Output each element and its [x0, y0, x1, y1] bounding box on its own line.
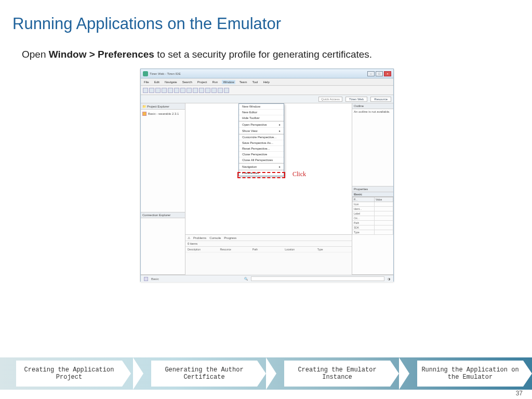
step-4: Running the Application on the Emulator: [399, 357, 532, 390]
toolbar-icon[interactable]: [174, 88, 179, 93]
menu-team[interactable]: Team: [238, 80, 248, 84]
menu-preferences[interactable]: Preferences: [239, 170, 284, 176]
step-text: Running the Application on the Emulator: [417, 366, 523, 381]
quick-access-field[interactable]: Quick Access: [318, 97, 342, 102]
zero-items-row: 0 items: [185, 241, 352, 247]
menu-new-editor[interactable]: New Editor: [239, 110, 284, 115]
command-search-box[interactable]: [251, 276, 384, 281]
menu-bar: File Edit Navigate Search Project Run Wi…: [141, 78, 393, 86]
project-explorer-label: Project Explorer: [147, 105, 169, 108]
prop-row-label: Icon: [353, 202, 375, 207]
outline-tab[interactable]: Outline: [352, 103, 393, 109]
toolbar-icon[interactable]: [143, 88, 148, 93]
project-explorer-tab[interactable]: 📁 Project Explorer: [141, 103, 185, 110]
project-item[interactable]: Basic - wearable 2.3.1: [142, 112, 183, 116]
step-text: Creating the Emulator Instance: [284, 366, 390, 381]
menu-window[interactable]: Window: [222, 80, 235, 84]
menu-run[interactable]: Run: [211, 80, 219, 84]
menu-new-window[interactable]: New Window: [239, 104, 284, 110]
toolbar-icon[interactable]: [218, 88, 223, 93]
menu-reset-perspective[interactable]: Reset Perspective...: [239, 146, 284, 152]
menu-customize-perspective[interactable]: Customize Perspective...: [239, 135, 284, 140]
mi-label: Save Perspective As...: [242, 141, 273, 144]
toolbar-icon[interactable]: [162, 88, 167, 93]
properties-pane: Properties Basic P...Value Icon Ident...…: [352, 187, 393, 275]
page-title: Running Applications on the Emulator: [12, 15, 522, 33]
mi-label: Hide Toolbar: [242, 116, 260, 119]
properties-section-basic: Basic: [352, 192, 393, 197]
tab-progress[interactable]: Progress: [224, 236, 236, 240]
toolbar-icon[interactable]: [205, 88, 210, 93]
folder-icon: 📁: [142, 104, 146, 108]
step-3-label: Creating the Emulator Instance: [284, 361, 390, 387]
col-description: Description: [188, 248, 220, 251]
perspective-resource[interactable]: Resource: [370, 97, 391, 102]
page-number: 37: [516, 390, 523, 397]
status-bar: Basic 🔍 ◑: [141, 275, 393, 282]
toolbar-icon[interactable]: [224, 88, 229, 93]
menu-save-perspective[interactable]: Save Perspective As...: [239, 140, 284, 146]
submenu-arrow-icon: ▸: [279, 165, 281, 168]
menu-tool[interactable]: Tool: [251, 80, 259, 84]
toolbar-icon[interactable]: [155, 88, 161, 93]
menu-edit[interactable]: Edit: [153, 80, 161, 84]
toolbar-icon[interactable]: [193, 88, 198, 93]
menu-close-perspective[interactable]: Close Perspective: [239, 152, 284, 157]
window-buttons: – □ ×: [367, 71, 391, 76]
menu-navigation[interactable]: Navigation▸: [239, 164, 284, 170]
step-text: Creating the Application Project: [16, 366, 122, 381]
menu-help[interactable]: Help: [262, 80, 270, 84]
toolbar-icon[interactable]: [187, 88, 192, 93]
workflow-steps: Creating the Application Project Generat…: [0, 357, 532, 390]
bottom-tabs-row: ⚠ Problems Console Progress: [185, 235, 352, 241]
properties-label: Properties: [354, 188, 368, 191]
menu-file[interactable]: File: [143, 80, 150, 84]
maximize-button[interactable]: □: [376, 71, 383, 76]
ide-screenshot: Tizen Web - Tizen IDE – □ × File Edit Na…: [140, 69, 394, 282]
minimize-button[interactable]: –: [367, 71, 375, 76]
properties-tab[interactable]: Properties: [352, 187, 393, 192]
connection-explorer-tab[interactable]: Connection Explorer: [141, 212, 185, 218]
toolbar-icon[interactable]: [199, 88, 204, 93]
editor-area: New Window New Editor Hide Toolbar Open …: [185, 103, 352, 275]
ide-main-area: 📁 Project Explorer Basic - wearable 2.3.…: [141, 103, 393, 275]
prop-row-label: Path: [353, 221, 375, 225]
mi-label: Navigation: [242, 165, 257, 168]
close-button[interactable]: ×: [384, 71, 391, 76]
zero-items-text: 0 items: [188, 242, 197, 245]
toolbar-icon[interactable]: [180, 88, 185, 93]
subtitle-suffix: to set a security profile for generating…: [154, 49, 372, 60]
menu-open-perspective[interactable]: Open Perspective▸: [239, 122, 284, 128]
prop-col-value: Value: [374, 197, 393, 202]
tab-problems[interactable]: Problems: [193, 236, 206, 240]
toolbar-icon[interactable]: [149, 88, 154, 93]
connection-explorer-body: [141, 218, 185, 220]
submenu-arrow-icon: ▸: [279, 129, 281, 132]
step-2: Generating the Author Certificate: [133, 357, 266, 390]
mi-label: Open Perspective: [242, 123, 267, 126]
menu-navigate[interactable]: Navigate: [164, 80, 178, 84]
instruction-text: Open Window > Preferences to set a secur…: [22, 49, 522, 60]
window-title-left: Tizen Web - Tizen IDE: [143, 71, 181, 76]
col-resource: Resource: [220, 248, 252, 251]
submenu-arrow-icon: ▸: [279, 123, 281, 126]
menu-project[interactable]: Project: [196, 80, 208, 84]
toolbar-icon[interactable]: [211, 88, 217, 93]
step-4-label: Running the Application on the Emulator: [417, 361, 523, 387]
menu-close-all-perspectives[interactable]: Close All Perspectives: [239, 157, 284, 163]
mi-label: Close Perspective: [242, 153, 267, 156]
mi-label: Customize Perspective...: [242, 136, 276, 139]
problems-columns: Description Resource Path Location Type: [185, 247, 352, 252]
perspective-tizen-web[interactable]: Tizen Web: [345, 97, 367, 102]
toolbar-icon[interactable]: [168, 88, 173, 93]
prop-row-label: SDK: [353, 225, 375, 230]
outline-pane: Outline An outline is not available.: [352, 103, 393, 187]
tab-console[interactable]: Console: [209, 236, 221, 240]
mi-label: New Editor: [242, 111, 257, 114]
menu-search[interactable]: Search: [181, 80, 193, 84]
bottom-panel: ⚠ Problems Console Progress 0 items Desc…: [185, 234, 352, 275]
step-1: Creating the Application Project: [0, 357, 133, 390]
window-menu-dropdown: New Window New Editor Hide Toolbar Open …: [238, 103, 284, 176]
menu-hide-toolbar[interactable]: Hide Toolbar: [239, 115, 284, 121]
menu-show-view[interactable]: Show View▸: [239, 128, 284, 134]
